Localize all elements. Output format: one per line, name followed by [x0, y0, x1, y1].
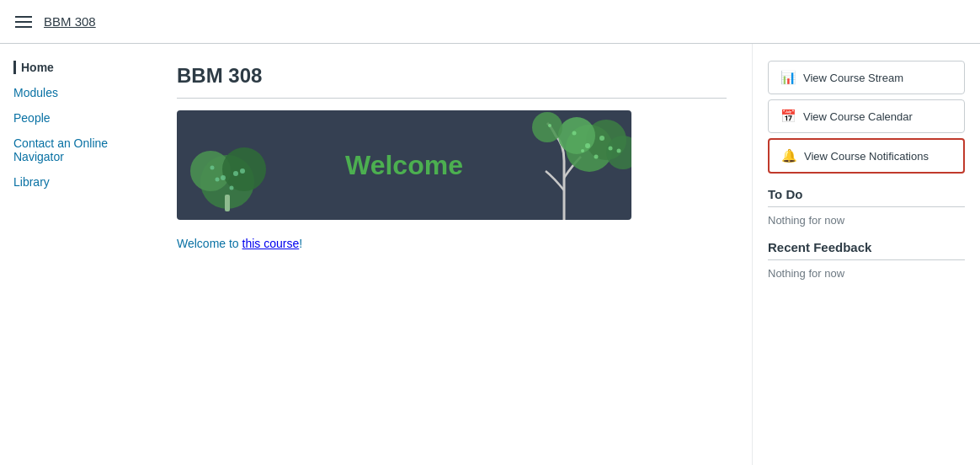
svg-point-19	[548, 124, 551, 127]
todo-heading: To Do	[768, 187, 965, 201]
welcome-caption: Welcome to this course!	[177, 237, 727, 250]
sidebar: Home Modules People Contact an Online Na…	[0, 44, 152, 465]
feedback-empty-message: Nothing for now	[768, 267, 965, 280]
view-course-stream-button[interactable]: 📊 View Course Stream	[768, 61, 965, 94]
view-course-notifications-button[interactable]: 🔔 View Course Notifications	[768, 138, 965, 174]
sidebar-item-modules[interactable]: Modules	[13, 86, 138, 99]
svg-point-7	[240, 168, 245, 174]
sidebar-item-home[interactable]: Home	[13, 61, 138, 74]
svg-rect-3	[225, 195, 230, 211]
content-area: BBM 308	[152, 44, 753, 465]
hamburger-icon[interactable]	[15, 16, 32, 28]
page-title: BBM 308	[177, 64, 727, 99]
welcome-caption-prefix: Welcome to	[177, 237, 242, 250]
feedback-heading: Recent Feedback	[768, 240, 965, 254]
todo-divider	[768, 206, 965, 207]
sidebar-item-library[interactable]: Library	[13, 175, 138, 189]
svg-point-6	[210, 166, 215, 170]
svg-point-14	[532, 112, 562, 142]
right-panel: 📊 View Course Stream 📅 View Course Calen…	[753, 44, 980, 465]
calendar-button-label: View Course Calendar	[803, 110, 913, 123]
svg-point-20	[609, 147, 613, 151]
sidebar-item-people[interactable]: People	[13, 111, 138, 125]
sidebar-nav: Home Modules People Contact an Online Na…	[13, 61, 138, 189]
svg-point-21	[594, 155, 599, 159]
svg-point-18	[617, 149, 621, 153]
course-title-link[interactable]: BBM 308	[44, 14, 96, 29]
svg-point-5	[233, 171, 238, 176]
svg-point-22	[581, 149, 584, 152]
todo-section: To Do Nothing for now Recent Feedback No…	[768, 187, 965, 280]
stream-button-label: View Course Stream	[803, 72, 903, 84]
bell-icon: 🔔	[781, 148, 797, 163]
todo-empty-message: Nothing for now	[768, 214, 965, 227]
svg-point-4	[221, 175, 226, 180]
svg-point-9	[216, 178, 220, 182]
svg-point-17	[573, 131, 577, 136]
welcome-banner: Welcome	[177, 110, 631, 220]
feedback-divider	[768, 259, 965, 260]
topbar: BBM 308	[0, 0, 980, 44]
banner-welcome-text: Welcome	[345, 150, 463, 181]
this-course-link[interactable]: this course	[242, 237, 300, 250]
view-course-calendar-button[interactable]: 📅 View Course Calendar	[768, 99, 965, 133]
svg-point-16	[599, 136, 605, 141]
sidebar-item-contact[interactable]: Contact an Online Navigator	[13, 136, 138, 163]
stream-icon: 📊	[780, 70, 796, 85]
main-layout: Home Modules People Contact an Online Na…	[0, 44, 980, 465]
svg-point-12	[558, 117, 595, 154]
svg-point-15	[585, 143, 590, 148]
svg-point-8	[230, 186, 234, 190]
notifications-button-label: View Course Notifications	[804, 150, 929, 163]
welcome-caption-suffix: !	[299, 237, 302, 250]
calendar-icon: 📅	[780, 109, 796, 124]
